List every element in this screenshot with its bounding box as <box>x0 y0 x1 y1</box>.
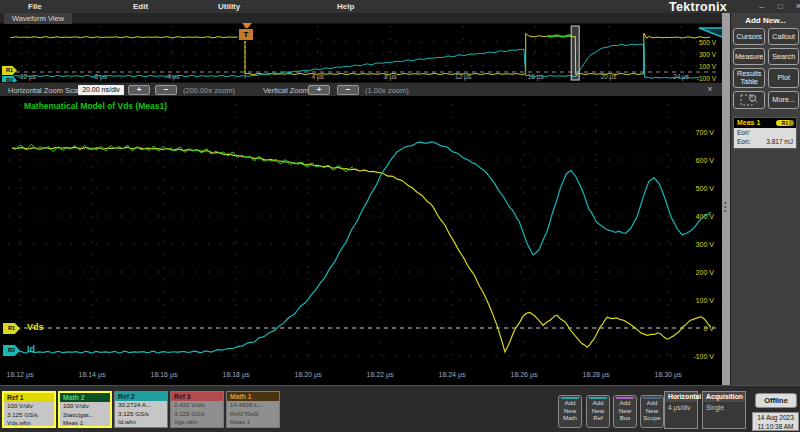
zoom-close-icon[interactable]: × <box>704 84 716 94</box>
acquisition-title: Acquisition <box>703 392 745 402</box>
meas1-badge[interactable]: Meas 1 R1 Eon' Eon:3.817 mJ <box>733 117 797 149</box>
vertical-zoom-label: Vertical Zoom <box>263 86 309 95</box>
y-tick-label: 600 V <box>696 157 715 164</box>
y-tick-label: 200 V <box>696 269 715 276</box>
vzoom-minus-button[interactable]: − <box>337 85 359 95</box>
channel-name: Math 1 <box>227 392 279 401</box>
channel-badge-math2[interactable]: Math 2100 V/divStatic|gat...Meas 1 <box>58 391 112 428</box>
channel-detail: 100 V/div <box>4 402 54 411</box>
add-new-bus-button[interactable]: AddNewBus <box>613 395 637 428</box>
callout-button[interactable]: Callout <box>768 28 799 45</box>
time-text: 11:10:38 AM <box>753 422 798 431</box>
overview-chart: 500 V300 V100 V-100 V-12 μs-8 μs-4 μs4 μ… <box>0 24 722 82</box>
menu-bar: Tektronix – □ × FileEditUtilityHelp <box>0 0 800 13</box>
horizontal-value: 4 μs/div <box>665 402 697 413</box>
vzoom-plus-button[interactable]: + <box>308 85 330 95</box>
ref2-id-trace <box>12 142 711 353</box>
channel-detail: 3.125 GS/s <box>4 411 54 420</box>
add-new-buttons: CursorsCalloutMeasureSearchResults Table… <box>733 28 799 109</box>
channel-name: Ref 2 <box>115 392 167 401</box>
channel-badge-ref1[interactable]: Ref 1100 V/div3.125 GS/sVds.wfm <box>2 391 56 428</box>
y-tick-label: -100 V <box>697 75 717 82</box>
channel-detail: Static|gat... <box>60 411 110 420</box>
horizontal-zoom-scale-input[interactable]: 20.00 ns/div <box>78 85 124 95</box>
search-button[interactable]: Search <box>768 48 799 65</box>
zoom-overlay-button[interactable] <box>733 91 765 109</box>
measure-button[interactable]: Measure <box>733 48 765 65</box>
menu-utility[interactable]: Utility <box>218 2 240 11</box>
x-tick-label: 18.30 μs <box>655 371 682 379</box>
acquisition-panel[interactable]: Acquisition Single <box>702 391 746 429</box>
y-tick-label: -100 V <box>693 353 714 360</box>
date-text: 14 Aug 2023 <box>753 413 798 422</box>
hzoom-minus-button[interactable]: − <box>155 85 177 95</box>
channel-detail: 30.2724 A... <box>115 401 167 410</box>
minimize-button[interactable]: – <box>755 1 768 12</box>
bottom-bar: Ref 1100 V/div3.125 GS/sVds.wfmMath 2100… <box>0 385 800 432</box>
channel-detail: Vds.wfm <box>4 419 54 428</box>
y-tick-label: 500 V <box>696 185 715 192</box>
horizontal-zoom-scale-label: Horizontal Zoom Scale <box>8 86 84 95</box>
ref1-vds-trace <box>12 147 711 351</box>
results-table-button[interactable]: Results Table <box>733 68 765 88</box>
x-tick-label: -8 μs <box>92 73 107 81</box>
meas1-source-pill: R1 <box>776 120 794 126</box>
menu-help[interactable]: Help <box>337 2 354 11</box>
tab-waveform-view[interactable]: Waveform View <box>4 13 72 24</box>
menu-edit[interactable]: Edit <box>133 2 148 11</box>
channel-name: Ref 3 <box>171 392 223 401</box>
channel-badge-ref2[interactable]: Ref 230.2724 A...3.125 GS/sId.wfm <box>114 391 168 428</box>
button-stripe <box>616 397 634 399</box>
button-stripe <box>561 397 579 399</box>
main-svg: 700 V600 V500 V400 V300 V200 V100 V0 V-1… <box>0 96 722 385</box>
meas-row2-value: 3.817 mJ <box>766 138 793 147</box>
x-tick-label: -12 μs <box>18 73 37 81</box>
channel-detail: Ref1*Ref2 <box>227 410 279 419</box>
zoom-overlay-icon <box>740 93 758 107</box>
y-tick-label: 100 V <box>699 63 717 70</box>
x-tick-label: -4 μs <box>165 73 180 81</box>
channel-badge-math1[interactable]: Math 114.4836 k...Ref1*Ref2Meas 1 <box>226 391 280 428</box>
channel-detail: Meas 1 <box>227 418 279 427</box>
ref1-vds-overview-trace <box>11 33 711 74</box>
menu-file[interactable]: File <box>28 2 42 11</box>
close-button[interactable]: × <box>792 1 800 12</box>
x-tick-label: 18.26 μs <box>511 371 538 379</box>
horizontal-panel[interactable]: Horizontal 4 μs/div <box>664 391 698 429</box>
restore-button[interactable]: □ <box>774 1 787 12</box>
id-label: Id <box>27 344 35 354</box>
plot-button[interactable]: Plot <box>768 68 799 88</box>
button-stripe <box>643 397 661 399</box>
panel-splitter[interactable]: ••• <box>722 13 730 385</box>
x-tick-label: 18.14 μs <box>79 371 106 379</box>
add-new-panel: Add New... CursorsCalloutMeasureSearchRe… <box>730 13 800 385</box>
vds-label: Vds <box>27 322 44 332</box>
hzoom-plus-button[interactable]: + <box>128 85 150 95</box>
button-stripe <box>589 397 607 399</box>
x-tick-label: 18.24 μs <box>439 371 466 379</box>
add-new-ref-button[interactable]: AddNewRef <box>586 395 610 428</box>
trigger-marker[interactable]: T <box>238 28 254 41</box>
tektronix-logo: Tektronix <box>648 0 748 13</box>
zoom-window-marker[interactable] <box>571 26 579 80</box>
x-tick-label: 16 μs <box>528 73 545 81</box>
channel-detail: 14.4836 k... <box>227 401 279 410</box>
y-tick-label: 300 V <box>699 51 717 58</box>
add-new-scope-button[interactable]: AddNewScope <box>640 395 664 428</box>
channel-detail: 3.125 GS/s <box>115 410 167 419</box>
channel-name: Ref 1 <box>4 393 54 402</box>
channel-detail: 100 V/div <box>60 402 110 411</box>
x-tick-label: 18.12 μs <box>7 371 34 379</box>
offline-button[interactable]: Offline <box>755 393 797 408</box>
cursors-button[interactable]: Cursors <box>733 28 765 45</box>
math-model-title: Mathematical Model of Vds (Meas1) <box>24 101 167 111</box>
y-tick-label: 700 V <box>696 129 715 136</box>
x-tick-label: 18.16 μs <box>151 371 178 379</box>
horizontal-title: Horizontal <box>665 392 697 402</box>
main-chart: 700 V600 V500 V400 V300 V200 V100 V0 V-1… <box>0 96 722 385</box>
add-new-math-button[interactable]: AddNewMath <box>558 395 582 428</box>
hzoom-factor-label: (200.00x zoom) <box>183 86 235 95</box>
channel-badge-ref3[interactable]: Ref 32.431 V/div3.125 GS/sVgs.wfm <box>170 391 224 428</box>
add-new-header: Add New... <box>731 16 800 25</box>
more--button[interactable]: More... <box>768 91 799 109</box>
